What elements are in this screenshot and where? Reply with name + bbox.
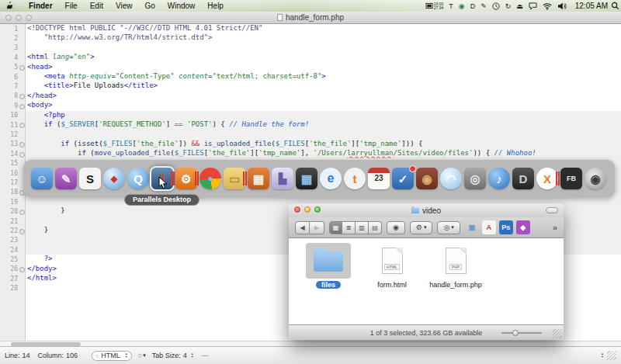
itunes-icon[interactable]: ♪ — [487, 160, 511, 197]
xampp-icon[interactable]: X — [536, 160, 559, 197]
tab-size-stepper[interactable]: ▲▼ — [191, 352, 194, 359]
finder-item-label: handle_form.php — [424, 281, 487, 289]
editor-titlebar[interactable]: handle_form.php — [0, 12, 621, 24]
menu-help[interactable]: Help — [201, 2, 230, 10]
view-mode-1[interactable]: ≣ — [342, 221, 356, 234]
internet-explorer-icon[interactable]: e — [319, 160, 342, 197]
action-menu-button[interactable]: ⚙ ▾ — [410, 221, 433, 234]
toolbar-toggle-button[interactable] — [546, 207, 558, 213]
things-icon[interactable]: ✓ — [391, 160, 415, 197]
folder-icon — [411, 208, 419, 213]
zoom-button[interactable] — [314, 206, 321, 213]
finder-item-form.html[interactable]: HTMLform.html — [360, 241, 424, 324]
code-line-5: 5<head> — [0, 63, 621, 72]
d-menu-icon[interactable]: D — [470, 2, 476, 10]
s-app-icon[interactable]: S — [78, 160, 102, 197]
ical-icon[interactable]: 23 — [367, 160, 390, 197]
volume-menu-icon[interactable] — [557, 2, 567, 10]
line-label: Line: — [5, 352, 20, 359]
menu-clock[interactable]: 12:05 AM — [575, 2, 608, 10]
quicktime-icon[interactable]: Q — [127, 160, 150, 197]
photos-icon[interactable]: ▣ — [465, 220, 479, 234]
eject-menu-icon[interactable]: ⏏ — [516, 2, 523, 10]
editor-statusbar: Line: 14 Column: 106 ○ HTML ▲▼ ○▾ Tab Si… — [0, 346, 621, 364]
recording-timer-icon[interactable]: 23:0027.94 — [425, 2, 444, 10]
view-mode-0[interactable]: ▦ — [329, 221, 342, 234]
editor-window-controls — [5, 15, 32, 21]
keynote-icon[interactable]: ▦ — [247, 160, 270, 197]
menu-window[interactable]: Window — [161, 2, 202, 10]
zoom-button[interactable] — [26, 15, 32, 21]
finder-item-files[interactable]: files — [297, 241, 360, 324]
crate-app-icon[interactable]: ◉ — [415, 160, 439, 197]
icon-size-slider[interactable] — [501, 332, 542, 334]
d-app-icon[interactable]: D — [512, 160, 535, 197]
acrobat-icon[interactable]: A — [482, 220, 496, 234]
connect-icon: ◎ — [443, 224, 449, 231]
minimize-button[interactable] — [304, 206, 310, 213]
menu-extra-t-icon[interactable]: T — [449, 2, 453, 10]
globe-app-icon[interactable]: ◠ — [439, 160, 463, 197]
menu-items: FinderFileEditViewGoWindowHelp — [23, 2, 230, 10]
right-stepper[interactable]: ▲▼ — [601, 352, 604, 359]
globe-menu-icon[interactable]: ◉ — [459, 2, 465, 10]
sync-menu-icon[interactable]: ↻ — [505, 2, 512, 10]
finder-icon[interactable]: ☺ — [30, 160, 54, 197]
toolbar-shortcuts: ▣APs◆ — [465, 220, 530, 234]
code-line-4: 4<html lang="en"> — [0, 53, 621, 62]
tab-size-value[interactable]: 4 — [183, 352, 187, 359]
horizontal-scrollbar[interactable] — [0, 341, 621, 346]
folder-app-icon[interactable]: ▭ — [223, 160, 246, 197]
aperture-app-icon[interactable]: ◎ — [463, 160, 487, 197]
orange-app-icon[interactable]: t — [343, 160, 366, 197]
truck-app-icon[interactable]: ▙ — [271, 160, 294, 197]
menu-finder[interactable]: Finder — [23, 2, 59, 10]
spotlight-search-icon[interactable] — [611, 2, 619, 10]
chrome-icon[interactable]: ● — [199, 160, 222, 197]
code-line-12: 12 — [0, 130, 621, 139]
minimize-button[interactable] — [16, 15, 22, 21]
menu-view[interactable]: View — [109, 2, 139, 10]
menu-go[interactable]: Go — [138, 2, 161, 10]
quicklook-button[interactable]: ◉ — [387, 221, 405, 234]
code-line-6: 6 <meta http-equiv="Content-Type" conten… — [0, 72, 621, 81]
flash-builder-icon[interactable]: FB — [560, 160, 583, 197]
finder-item-handle_form.php[interactable]: PHPhandle_form.php — [424, 241, 487, 324]
wifi-menu-icon[interactable] — [543, 2, 552, 10]
finder-resize-grip[interactable] — [553, 329, 562, 338]
bundle-menu-button[interactable]: ○▾ — [138, 352, 146, 359]
photo-app-icon[interactable]: ✎ — [54, 160, 78, 197]
close-button[interactable] — [294, 206, 300, 213]
safari-icon[interactable]: ◆ — [102, 160, 126, 197]
language-selector[interactable]: ○ HTML ▲▼ — [92, 351, 132, 361]
clock-menu-icon[interactable] — [492, 2, 500, 10]
finder-statusbar: 1 of 3 selected, 323.66 GB available — [289, 324, 564, 340]
pen-menu-icon[interactable]: ✎ — [480, 2, 487, 10]
view-mode-2[interactable]: ▥ — [356, 221, 369, 234]
chat-menu-icon[interactable] — [529, 2, 537, 10]
connect-menu-button[interactable]: ◎ ▾ — [437, 221, 460, 234]
menu-edit[interactable]: Edit — [84, 2, 109, 10]
symbol-popup[interactable]: — — [202, 352, 209, 359]
code-line-9: 9<body> — [0, 101, 621, 110]
view-mode-segments: ▦≣▥▤ — [329, 221, 382, 234]
finder-titlebar[interactable]: video — [289, 203, 564, 217]
screen-recorder-icon[interactable]: ▦ — [295, 160, 318, 197]
toolbar-overflow-button[interactable]: » — [553, 223, 557, 232]
menu-file[interactable]: File — [59, 2, 84, 10]
code-line-11: 11 if ($_SERVER['REQUEST_METHOD'] == 'PO… — [0, 120, 621, 130]
finder-item-label: files — [316, 281, 341, 289]
disc-burner-icon[interactable]: ◉ — [584, 160, 607, 197]
gear-app-icon[interactable]: ⚙ — [175, 160, 198, 197]
photoshop-icon[interactable]: Ps — [499, 220, 513, 234]
language-stepper[interactable]: ▲▼ — [125, 352, 128, 359]
forward-button[interactable]: ▶ — [310, 221, 324, 234]
resize-grip[interactable] — [607, 351, 616, 360]
close-button[interactable] — [5, 15, 12, 21]
back-button[interactable]: ◀ — [295, 221, 310, 234]
purple-app-icon[interactable]: ◆ — [516, 220, 530, 234]
slider-knob[interactable] — [512, 330, 519, 336]
code-line-13: 13 if (isset($_FILES['the_file']) && is_… — [0, 140, 621, 149]
apple-menu-icon[interactable] — [7, 2, 15, 11]
view-mode-3[interactable]: ▤ — [369, 221, 382, 234]
